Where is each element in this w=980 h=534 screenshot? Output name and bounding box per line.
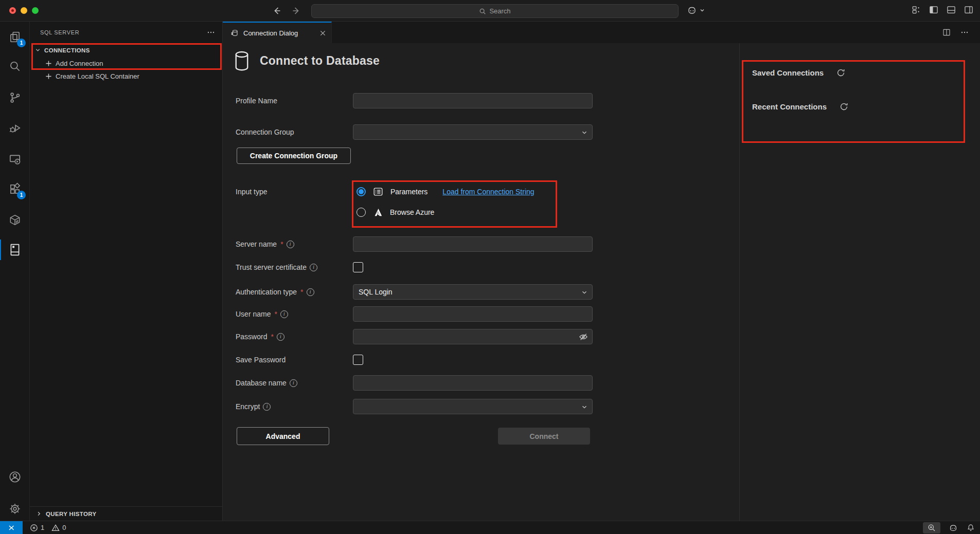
toggle-password-visibility-icon[interactable]	[578, 332, 589, 342]
auth-type-select[interactable]: SQL Login	[353, 284, 593, 300]
containers-icon[interactable]	[0, 207, 30, 233]
connections-section-header[interactable]: CONNECTIONS	[30, 44, 222, 57]
server-name-input[interactable]	[353, 236, 593, 252]
parameters-radio[interactable]	[357, 187, 366, 196]
remote-explorer-icon[interactable]	[0, 146, 30, 173]
load-from-connection-string-link[interactable]: Load from Connection String	[442, 188, 534, 196]
settings-gear-icon[interactable]	[0, 495, 30, 522]
run-debug-icon[interactable]	[0, 115, 30, 142]
browse-azure-radio-label: Browse Azure	[390, 208, 434, 216]
tree-item-label: Create Local SQL Container	[56, 72, 139, 80]
extensions-icon[interactable]: 1	[0, 176, 30, 202]
info-icon[interactable]: i	[287, 241, 294, 248]
encrypt-label: Encrypt	[236, 402, 260, 411]
create-connection-group-button[interactable]: Create Connection Group	[237, 148, 351, 164]
saved-connections-label: Saved Connections	[752, 68, 824, 77]
connection-group-label: Connection Group	[236, 128, 294, 136]
close-window-button[interactable]	[9, 7, 16, 14]
chevron-down-icon	[35, 47, 41, 53]
sidebar-more-actions-icon[interactable]	[207, 28, 215, 36]
connection-dialog-webview: Connect to Database Profile Name Connect…	[223, 43, 980, 521]
warning-count: 0	[62, 524, 66, 531]
query-history-section-header[interactable]: QUERY HISTORY	[30, 506, 222, 521]
copilot-status-icon[interactable]	[948, 523, 958, 533]
refresh-saved-connections-icon[interactable]	[836, 68, 846, 78]
required-marker: *	[271, 333, 273, 341]
save-password-checkbox[interactable]	[353, 355, 363, 365]
info-icon[interactable]: i	[280, 310, 288, 318]
close-tab-icon[interactable]	[319, 30, 326, 36]
user-name-label: User name	[236, 310, 271, 318]
server-name-label: Server name	[236, 240, 277, 248]
trust-cert-label: Trust server certificate	[236, 263, 307, 271]
chevron-down-icon	[581, 289, 587, 296]
trust-cert-checkbox[interactable]	[353, 262, 363, 272]
search-placeholder: Search	[489, 7, 510, 15]
maximize-window-button[interactable]	[32, 7, 39, 14]
toggle-primary-sidebar-icon[interactable]	[929, 5, 939, 15]
sidebar-item-add-connection[interactable]: Add Connection	[30, 57, 222, 70]
azure-icon	[372, 207, 383, 218]
encrypt-select[interactable]	[353, 399, 593, 414]
more-actions-icon[interactable]	[960, 28, 969, 36]
refresh-recent-connections-icon[interactable]	[839, 102, 849, 112]
info-icon[interactable]: i	[310, 264, 317, 271]
info-icon[interactable]: i	[277, 333, 284, 341]
database-name-input[interactable]	[353, 375, 593, 391]
extensions-badge: 1	[17, 191, 26, 199]
connections-section-label: CONNECTIONS	[44, 47, 90, 53]
error-count: 1	[41, 524, 44, 531]
password-input[interactable]	[353, 329, 593, 344]
explorer-icon[interactable]: 1	[0, 24, 30, 50]
browse-azure-radio[interactable]	[357, 208, 366, 217]
save-password-label: Save Password	[236, 356, 286, 364]
profile-name-input[interactable]	[353, 93, 593, 108]
split-editor-icon[interactable]	[942, 28, 951, 37]
sidebar-title: SQL SERVER	[40, 29, 207, 35]
query-history-label: QUERY HISTORY	[46, 511, 96, 517]
info-icon[interactable]: i	[290, 379, 297, 387]
required-marker: *	[300, 288, 303, 296]
accounts-icon[interactable]	[0, 464, 30, 490]
password-label: Password	[236, 333, 267, 341]
toggle-panel-icon[interactable]	[946, 5, 956, 15]
sidebar-item-create-local-sql-container[interactable]: Create Local SQL Container	[30, 70, 222, 83]
toggle-secondary-sidebar-icon[interactable]	[964, 5, 974, 15]
panel-divider	[739, 43, 740, 521]
info-icon[interactable]: i	[307, 288, 314, 296]
explorer-badge: 1	[17, 39, 26, 47]
parameters-radio-label: Parameters	[390, 188, 427, 196]
advanced-button[interactable]: Advanced	[237, 427, 329, 445]
problems-indicator[interactable]: 1 0	[30, 524, 66, 532]
activity-bar: 1	[0, 22, 30, 521]
copilot-icon	[686, 5, 698, 16]
chevron-down-icon	[700, 8, 705, 13]
zoom-indicator[interactable]	[923, 522, 940, 533]
notifications-bell-icon[interactable]	[966, 523, 975, 532]
connection-group-select[interactable]	[353, 124, 593, 140]
info-icon[interactable]: i	[263, 403, 271, 411]
chevron-down-icon	[581, 404, 587, 410]
command-center-search[interactable]: Search	[311, 4, 679, 18]
copilot-menu[interactable]	[686, 5, 705, 16]
source-control-icon[interactable]	[0, 84, 30, 111]
plus-icon	[45, 73, 52, 80]
parameters-icon	[372, 186, 384, 197]
customize-layout-icon[interactable]	[911, 5, 921, 15]
back-icon[interactable]	[272, 6, 282, 16]
minimize-window-button[interactable]	[21, 7, 27, 14]
sql-server-icon[interactable]	[0, 236, 30, 263]
required-marker: *	[280, 240, 283, 248]
search-view-icon[interactable]	[0, 53, 30, 80]
auth-type-label: Authentication type	[236, 288, 297, 296]
forward-icon[interactable]	[291, 6, 301, 16]
status-bar: 1 0	[0, 521, 980, 534]
tab-connection-dialog[interactable]: Connection Dialog	[223, 22, 332, 43]
title-bar: Search	[0, 0, 980, 22]
vscode-window: Search	[0, 0, 980, 534]
remote-indicator[interactable]	[0, 521, 23, 534]
profile-name-label: Profile Name	[236, 97, 277, 105]
connect-button[interactable]: Connect	[498, 428, 590, 445]
user-name-input[interactable]	[353, 306, 593, 322]
recent-connections-label: Recent Connections	[752, 102, 827, 111]
